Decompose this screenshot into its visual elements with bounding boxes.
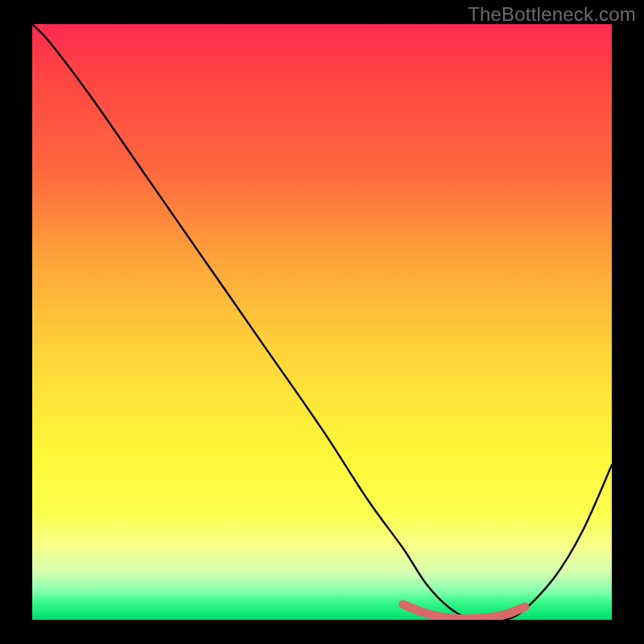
chart-frame: TheBottleneck.com xyxy=(0,0,644,644)
curve-layer xyxy=(32,24,612,620)
flat-min-highlight xyxy=(403,605,525,619)
bottleneck-curve xyxy=(32,24,612,620)
watermark-text: TheBottleneck.com xyxy=(468,3,636,26)
plot-area xyxy=(32,24,612,620)
